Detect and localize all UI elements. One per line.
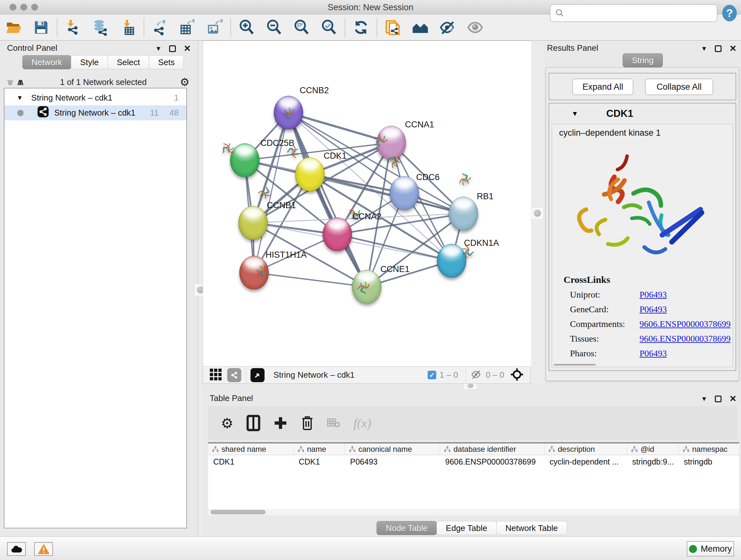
panel-close-icon[interactable]: ✕ bbox=[184, 44, 191, 53]
show-columns-icon[interactable] bbox=[246, 415, 261, 431]
zoom-out-icon[interactable] bbox=[266, 19, 282, 36]
refresh-icon[interactable] bbox=[353, 19, 369, 36]
network-node-HIST1H1A[interactable] bbox=[239, 256, 269, 290]
birds-eye-view-icon[interactable] bbox=[251, 368, 265, 382]
network-node-RB1[interactable] bbox=[449, 197, 478, 231]
search-field[interactable] bbox=[550, 4, 718, 22]
panel-float-icon[interactable] bbox=[715, 395, 722, 402]
warnings-button[interactable] bbox=[34, 542, 53, 556]
import-network-database-icon[interactable] bbox=[92, 19, 109, 36]
table-hscrollbar-thumb[interactable] bbox=[211, 510, 266, 514]
tab-network[interactable]: Network bbox=[22, 55, 71, 69]
tab-node-table[interactable]: Node Table bbox=[377, 521, 437, 535]
panel-menu-icon[interactable]: ▼ bbox=[701, 395, 708, 402]
panel-float-icon[interactable] bbox=[715, 45, 722, 52]
crosslink-row: GeneCard:P06493 bbox=[570, 304, 733, 314]
search-input[interactable] bbox=[568, 8, 708, 18]
network-node-CDC25B[interactable] bbox=[230, 143, 259, 177]
network-edge[interactable] bbox=[288, 113, 367, 287]
tab-string[interactable]: String bbox=[623, 53, 663, 67]
node-selection-mode-icon[interactable] bbox=[510, 368, 524, 383]
table-cell[interactable]: stringdb bbox=[679, 455, 739, 468]
collapse-all-networks-icon[interactable]: ∧∧ bbox=[17, 77, 20, 87]
open-file-icon[interactable] bbox=[5, 19, 22, 36]
delete-column-trash-icon[interactable] bbox=[300, 415, 314, 431]
network-row[interactable]: String Network – cdk1 11 48 bbox=[4, 105, 186, 120]
zoom-fit-icon[interactable] bbox=[293, 19, 310, 36]
column-header-namespac[interactable]: namespac bbox=[679, 443, 739, 455]
network-node-CCNB1[interactable] bbox=[239, 206, 268, 240]
table-cell[interactable]: CDK1 bbox=[293, 455, 345, 468]
network-options-gear-icon[interactable]: ⚙ bbox=[180, 76, 190, 88]
panel-close-icon[interactable]: ✕ bbox=[729, 395, 737, 403]
table-row[interactable]: CDK1CDK1P064939606.ENSP00000378699cyclin… bbox=[208, 455, 739, 468]
hide-selected-icon[interactable] bbox=[440, 19, 456, 36]
column-header-database-identifier[interactable]: database identifier bbox=[440, 443, 544, 455]
cloud-status-button[interactable] bbox=[7, 542, 26, 556]
table-cell[interactable]: CDK1 bbox=[208, 455, 293, 468]
grid-view-icon[interactable] bbox=[209, 368, 222, 382]
zoom-selected-icon[interactable] bbox=[321, 19, 337, 36]
table-cell[interactable]: 9606.ENSP00000378699 bbox=[440, 455, 544, 468]
network-node-CDK1[interactable] bbox=[295, 158, 325, 191]
table-cell[interactable]: stringdb:9... bbox=[627, 455, 679, 468]
column-header-name[interactable]: name bbox=[293, 443, 345, 455]
export-network-icon[interactable] bbox=[151, 19, 168, 36]
import-table-file-icon[interactable] bbox=[120, 19, 136, 36]
collapse-all-button[interactable]: Collapse All bbox=[645, 78, 713, 95]
memory-button[interactable]: Memory bbox=[687, 541, 734, 557]
panel-float-icon[interactable] bbox=[169, 45, 176, 52]
expand-all-button[interactable]: Expand All bbox=[572, 78, 633, 95]
add-column-icon[interactable] bbox=[273, 416, 287, 430]
network-node-CDKN1A[interactable] bbox=[437, 244, 466, 278]
collection-expander-icon[interactable]: ▼ bbox=[17, 94, 23, 102]
crosslink-link[interactable]: P06493 bbox=[639, 304, 667, 314]
column-header-canonical-name[interactable]: canonical name bbox=[345, 443, 440, 455]
network-edge[interactable] bbox=[337, 234, 452, 261]
import-network-file-icon[interactable] bbox=[65, 19, 81, 36]
first-neighbors-icon[interactable] bbox=[412, 19, 428, 36]
expand-all-networks-icon[interactable]: ∨∨ bbox=[6, 77, 10, 87]
tab-network-table[interactable]: Network Table bbox=[496, 521, 567, 535]
tab-edge-table[interactable]: Edge Table bbox=[436, 521, 496, 535]
crosslink-link[interactable]: 9606.ENSP00000378699 bbox=[639, 334, 731, 344]
show-all-icon[interactable] bbox=[467, 19, 483, 36]
tab-style[interactable]: Style bbox=[71, 55, 108, 69]
network-node-CDC6[interactable] bbox=[390, 176, 419, 210]
network-style-chip-icon[interactable] bbox=[227, 368, 241, 382]
new-network-from-selection-icon[interactable] bbox=[385, 19, 401, 36]
column-header-shared-name[interactable]: shared name bbox=[208, 443, 293, 455]
export-table-icon[interactable] bbox=[179, 19, 196, 36]
help-button[interactable]: ? bbox=[721, 4, 738, 22]
tab-select[interactable]: Select bbox=[108, 55, 149, 69]
right-splitter-handle[interactable] bbox=[531, 207, 544, 220]
panel-close-icon[interactable]: ✕ bbox=[729, 44, 737, 53]
panel-menu-icon[interactable]: ▼ bbox=[155, 45, 162, 52]
application-window: Session: New Session bbox=[0, 0, 741, 560]
tab-sets[interactable]: Sets bbox=[149, 55, 184, 69]
toolbar-separator bbox=[345, 18, 345, 37]
crosslink-link[interactable]: 9606.ENSP00000378699 bbox=[639, 319, 731, 329]
hidden-eye-icon[interactable] bbox=[470, 368, 482, 382]
table-cell[interactable]: cyclin-dependent ... bbox=[544, 455, 627, 468]
status-bar: Memory bbox=[0, 537, 741, 560]
network-collection-row[interactable]: ▼ String Network – cdk1 1 bbox=[4, 90, 186, 105]
gene-expander-icon[interactable]: ▼ bbox=[571, 110, 578, 118]
network-canvas[interactable]: CCNB2CCNA1CDC25BCDK1CDC6RB1CCNB1CCNA2CDK… bbox=[203, 41, 531, 367]
selected-checkbox-icon[interactable]: ✓ bbox=[428, 371, 436, 379]
network-node-CCNB2[interactable] bbox=[274, 96, 303, 130]
table-hscrollbar[interactable] bbox=[208, 509, 739, 515]
results-scrollbar[interactable] bbox=[554, 364, 596, 366]
crosslink-link[interactable]: P06493 bbox=[639, 290, 667, 300]
table-options-gear-icon[interactable]: ⚙ bbox=[221, 415, 233, 431]
column-header-@id[interactable]: @id bbox=[627, 443, 679, 455]
crosslink-link[interactable]: P06493 bbox=[639, 348, 667, 358]
zoom-in-icon[interactable] bbox=[239, 19, 255, 36]
network-node-CCNA2[interactable] bbox=[323, 217, 352, 251]
column-header-description[interactable]: description bbox=[544, 443, 627, 455]
save-session-icon[interactable] bbox=[33, 19, 50, 36]
export-image-icon[interactable] bbox=[206, 19, 223, 36]
network-node-CCNE1[interactable] bbox=[352, 270, 381, 304]
table-cell[interactable]: P06493 bbox=[345, 455, 440, 468]
panel-menu-icon[interactable]: ▼ bbox=[701, 45, 708, 52]
